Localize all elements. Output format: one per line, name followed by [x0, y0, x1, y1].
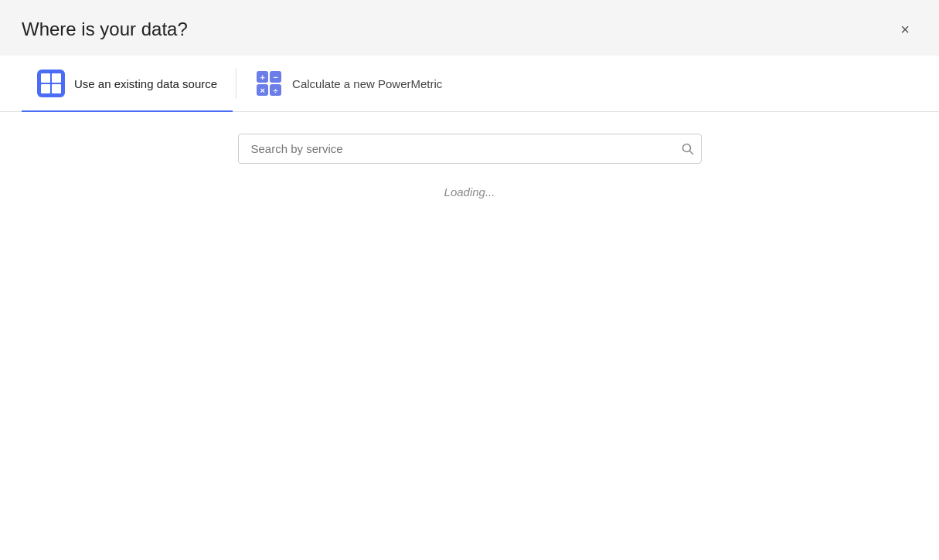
tab-new-powermetric[interactable]: + − × ÷ Calculate a new PowerMetric [240, 56, 458, 111]
calc-minus: − [270, 71, 281, 83]
search-container [238, 134, 702, 164]
calc-divide: ÷ [270, 84, 281, 96]
tab-new-label: Calculate a new PowerMetric [292, 77, 442, 90]
grid-icon [37, 70, 65, 97]
calculator-icon: + − × ÷ [255, 70, 283, 97]
modal-body: Loading... [0, 112, 939, 560]
tabs-row: Use an existing data source + − × ÷ Calc… [0, 56, 939, 112]
search-icon [682, 143, 694, 155]
tab-divider [236, 68, 236, 99]
search-button[interactable] [682, 143, 694, 155]
tab-existing-datasource[interactable]: Use an existing data source [22, 56, 233, 111]
search-input[interactable] [238, 134, 702, 164]
modal-header: Where is your data? × [0, 0, 939, 56]
svg-line-1 [689, 151, 692, 154]
loading-status: Loading... [444, 185, 495, 199]
tab-existing-label: Use an existing data source [74, 77, 217, 90]
close-button[interactable]: × [893, 17, 917, 42]
calc-plus: + [257, 71, 268, 83]
modal-title: Where is your data? [22, 19, 188, 40]
modal-container: Where is your data? × Use an existing da… [0, 0, 939, 560]
calc-multiply: × [257, 84, 268, 96]
